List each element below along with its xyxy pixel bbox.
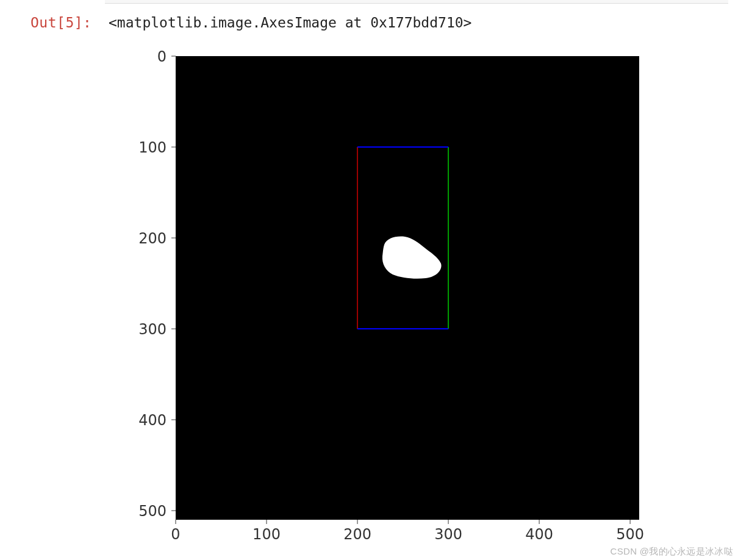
svg-text:0: 0 [171, 526, 180, 543]
svg-text:100: 100 [138, 139, 167, 156]
y-tick-100: 100 [138, 139, 176, 156]
x-tick-200: 200 [343, 520, 371, 543]
jupyter-output-cell: Out[5]: <matplotlib.image.AxesImage at 0… [0, 0, 738, 560]
image-background [176, 56, 639, 520]
svg-text:400: 400 [138, 412, 167, 429]
svg-text:300: 300 [138, 321, 167, 338]
y-tick-300: 300 [138, 321, 176, 338]
y-tick-400: 400 [138, 412, 176, 429]
plot-svg: 0 100 200 300 400 [109, 44, 651, 550]
svg-text:200: 200 [343, 526, 371, 543]
svg-text:500: 500 [616, 526, 644, 543]
x-tick-400: 400 [525, 520, 553, 543]
x-tick-300: 300 [434, 520, 462, 543]
x-tick-0: 0 [171, 520, 180, 543]
output-prompt: Out[5]: [30, 15, 91, 31]
y-tick-200: 200 [138, 230, 176, 247]
y-tick-500: 500 [138, 503, 176, 520]
svg-text:200: 200 [138, 230, 167, 247]
x-ticks: 0 100 200 300 400 [171, 520, 644, 543]
repr-text: <matplotlib.image.AxesImage at 0x177bdd7… [109, 15, 471, 31]
cell-top-border [105, 0, 728, 4]
x-tick-500: 500 [616, 520, 644, 543]
y-ticks: 0 100 200 300 400 [138, 48, 176, 520]
svg-text:400: 400 [525, 526, 553, 543]
matplotlib-figure: 0 100 200 300 400 [109, 44, 651, 550]
csdn-watermark: CSDN @我的心永远是冰冰哒 [611, 546, 733, 558]
svg-text:100: 100 [253, 526, 281, 543]
svg-text:0: 0 [157, 48, 167, 65]
svg-text:500: 500 [138, 503, 167, 520]
x-tick-100: 100 [253, 520, 281, 543]
y-tick-0: 0 [157, 48, 176, 65]
svg-text:300: 300 [434, 526, 462, 543]
